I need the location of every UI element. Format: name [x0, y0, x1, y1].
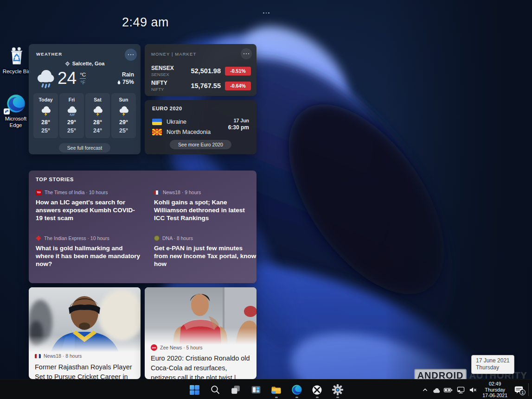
weather-more-options-icon[interactable] — [125, 49, 137, 61]
widgets-panel-more-options-icon[interactable] — [261, 10, 271, 16]
clock-date: 17-06-2021 — [482, 393, 507, 399]
sensex-value: 52,501.98 — [191, 67, 221, 75]
task-view-icon — [230, 384, 241, 395]
show-desktop-button[interactable] — [528, 383, 531, 396]
widgets-button[interactable] — [246, 380, 266, 399]
windows-start-icon — [189, 384, 200, 396]
volume-muted-icon[interactable] — [467, 382, 479, 398]
indian-express-logo-icon — [36, 235, 41, 241]
thunderstorm-icon — [118, 105, 129, 117]
file-explorer-button[interactable] — [266, 380, 287, 399]
date-tooltip: 17 June 2021 Thursday — [471, 355, 514, 374]
team-name: Ukraine — [167, 119, 186, 125]
market-row-sensex[interactable]: SENSEX SENSEX 52,501.98 -0.51% — [151, 65, 251, 77]
thunderstorm-icon — [40, 105, 51, 117]
money-market-widget-card[interactable]: MONEY | MARKET SENSEX SENSEX 52,501.98 -… — [145, 44, 256, 96]
running-indicator — [295, 397, 298, 398]
nifty-value: 15,767.55 — [191, 82, 221, 89]
story-headline[interactable]: Kohli gains a spot; Kane Williamson deth… — [154, 198, 256, 222]
story-item[interactable]: DNA · 8 hours Get e-PAN in just few minu… — [154, 235, 256, 268]
taskbar: 02:49 Thursday 17-06-2021 1 — [0, 379, 532, 399]
raindrop-icon — [117, 80, 121, 85]
edge-button[interactable] — [287, 380, 307, 399]
see-full-forecast-button[interactable]: See full forecast — [59, 143, 110, 152]
forecast-day-sun[interactable]: Sun 29° 25° — [111, 93, 136, 138]
rain-icon — [66, 105, 77, 117]
forecast-day-fri[interactable]: Fri 29° 25° — [59, 93, 84, 138]
top-stories-widget-card: TOP STORIES TOI The Times of India · 10 … — [29, 171, 256, 283]
shortcut-arrow-icon — [4, 108, 10, 114]
times-of-india-logo-icon: TOI — [36, 190, 42, 196]
weather-precipitation: 75% — [122, 79, 134, 85]
tray-chevron-up-icon[interactable] — [419, 382, 430, 398]
edge-icon — [291, 384, 303, 396]
clock-day: Thursday — [482, 387, 507, 393]
recycle-bin-icon — [6, 45, 27, 67]
settings-button[interactable] — [327, 380, 348, 399]
xbox-button[interactable] — [307, 380, 327, 399]
start-button[interactable] — [185, 380, 205, 399]
news-headline[interactable]: Former Rajasthan Royals Player Set to Pu… — [35, 362, 135, 379]
story-meta: The Times of India · 10 hours — [45, 190, 108, 195]
news-card-cricketer[interactable]: News18 · 8 hours Former Rajasthan Royals… — [29, 287, 141, 379]
search-button[interactable] — [205, 380, 225, 399]
search-icon — [210, 384, 221, 395]
weather-location: Salcette, Goa — [72, 61, 105, 66]
onedrive-cloud-icon[interactable] — [430, 382, 442, 398]
file-explorer-icon — [270, 384, 282, 396]
forecast-day-today[interactable]: Today 28° 25° — [33, 93, 58, 138]
news18-logo-icon — [154, 190, 160, 195]
widgets-icon — [250, 384, 262, 395]
news18-logo-icon — [35, 354, 41, 358]
story-item[interactable]: TOI The Times of India · 10 hours How an… — [36, 189, 141, 222]
story-headline[interactable]: Get e-PAN in just few minutes from new I… — [154, 244, 256, 268]
euro-2020-widget-card[interactable]: EURO 2020 Ukraine — [145, 100, 256, 154]
story-item[interactable]: News18 · 9 hours Kohli gains a spot; Kan… — [154, 189, 256, 222]
xbox-icon — [311, 384, 323, 396]
notification-center-button[interactable]: 1 — [511, 382, 526, 398]
news-headline[interactable]: Euro 2020: Cristiano Ronaldo old Coca-Co… — [151, 354, 251, 379]
nifty-change-badge: -0.64% — [225, 82, 251, 90]
market-title: MONEY | MARKET — [151, 51, 196, 57]
market-more-options-icon[interactable] — [241, 48, 252, 59]
weather-widget-card[interactable]: WEATHER Salcette, Goa 24 °C ° — [29, 44, 141, 154]
team-name: North Macedonia — [167, 129, 211, 135]
zee-news-logo-icon: zee — [151, 344, 157, 351]
news-card-ronaldo[interactable]: zee Zee News · 5 hours Euro 2020: Cristi… — [145, 287, 256, 379]
network-icon[interactable] — [455, 382, 467, 398]
tooltip-date: 17 June 2021 — [476, 357, 510, 364]
battery-charging-icon[interactable] — [442, 382, 455, 398]
desktop-icon-microsoft-edge[interactable]: Microsoft Edge — [0, 93, 32, 128]
location-pin-icon — [65, 61, 70, 66]
desktop-screen: Recycle Bin Microsoft E — [0, 0, 532, 399]
weather-current-temp: 24 — [58, 69, 77, 88]
running-indicator — [336, 397, 339, 398]
sensex-change-badge: -0.51% — [225, 67, 251, 76]
running-indicator — [275, 397, 278, 398]
story-item[interactable]: The Indian Express · 10 hours What is go… — [36, 235, 141, 268]
story-headline[interactable]: What is gold hallmarking and where it ha… — [36, 244, 141, 268]
see-more-euro-button[interactable]: See more Euro 2020 — [170, 140, 231, 149]
weather-condition: Rain — [117, 71, 134, 78]
task-view-button[interactable] — [225, 380, 246, 399]
top-stories-title: TOP STORIES — [29, 171, 256, 182]
news-meta: zee Zee News · 5 hours — [151, 344, 203, 351]
weather-title: WEATHER — [36, 49, 62, 57]
story-meta: News18 · 9 hours — [163, 190, 201, 195]
unit-fahrenheit-toggle[interactable]: °F — [80, 79, 86, 85]
notification-badge: 1 — [519, 389, 526, 395]
settings-gear-icon — [332, 384, 344, 396]
clock-time: 02:49 — [482, 381, 507, 387]
story-meta: DNA · 8 hours — [162, 235, 193, 241]
thunderstorm-icon — [92, 105, 103, 117]
dna-logo-icon — [154, 235, 160, 241]
match-time: 6:30 pm — [228, 124, 249, 131]
unit-celsius-toggle[interactable]: °C — [80, 72, 86, 79]
forecast-day-sat[interactable]: Sat 28° 24° — [85, 93, 110, 138]
match-date: 17 Jun — [228, 118, 249, 123]
taskbar-clock[interactable]: 02:49 Thursday 17-06-2021 — [479, 381, 511, 399]
north-macedonia-flag-icon — [152, 129, 162, 135]
market-row-nifty[interactable]: NIFTY NIFTY 15,767.55 -0.64% — [151, 80, 251, 92]
story-meta: The Indian Express · 10 hours — [44, 235, 109, 241]
story-headline[interactable]: How an LIC agent's search for answers ex… — [36, 198, 141, 222]
